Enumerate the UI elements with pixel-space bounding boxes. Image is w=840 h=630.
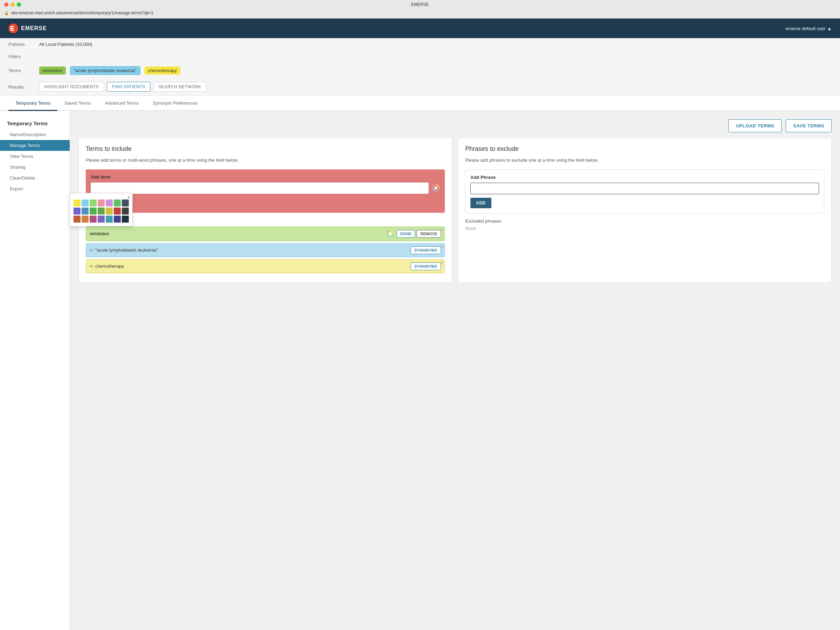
add-phrase-button[interactable]: ADD <box>471 198 491 208</box>
color-swatch[interactable] <box>90 199 96 207</box>
synonyms-button-chemotherapy[interactable]: SYNONYMS <box>411 262 441 270</box>
color-swatch[interactable] <box>74 216 81 223</box>
add-phrase-section: Add Phrase ADD <box>465 169 824 213</box>
color-swatch[interactable] <box>90 208 96 215</box>
color-swatch[interactable] <box>106 208 113 215</box>
app-logo: EMERSE <box>8 24 47 33</box>
excluded-phrases-none: None <box>465 226 824 231</box>
find-patients-button[interactable]: FIND PATIENTS <box>107 82 150 92</box>
color-swatch[interactable] <box>122 199 129 207</box>
action-buttons: HIGHLIGHT DOCUMENTS FIND PATIENTS SEARCH… <box>39 82 207 92</box>
content-area: UPLOAD TERMS SAVE TERMS Terms to include… <box>70 111 840 630</box>
user-menu[interactable]: emerse default user ▲ <box>785 26 832 31</box>
color-swatch[interactable] <box>98 199 105 207</box>
browser-chrome: EMERSE 🔒 dev-emerse.med.umich.edu/emerse… <box>0 0 840 19</box>
color-wheel-icon[interactable] <box>431 184 440 192</box>
color-swatch[interactable] <box>122 216 129 223</box>
color-swatch[interactable] <box>122 208 129 215</box>
color-swatch[interactable] <box>74 208 81 215</box>
add-term-label: Add term <box>91 174 440 180</box>
color-swatch[interactable] <box>82 199 88 207</box>
drag-handle[interactable]: ⠿ <box>441 261 443 265</box>
panels-row: Terms to include Please add terms or mul… <box>78 138 832 283</box>
term-badge-remission[interactable]: remission <box>39 66 66 74</box>
term-row-remission: ⠿ DONE REMOVE <box>86 226 445 241</box>
tab-saved-terms[interactable]: Saved Terms <box>57 96 98 111</box>
maximize-button[interactable] <box>17 2 21 7</box>
edit-icon-leukemia: ✏ <box>90 248 93 253</box>
terms-panel-desc: Please add terms or multi-word phrases, … <box>86 157 445 164</box>
add-phrase-input[interactable] <box>471 183 819 194</box>
color-swatch[interactable] <box>106 216 113 223</box>
color-wheel-icon-remission[interactable] <box>386 230 395 238</box>
color-swatch[interactable] <box>114 199 121 207</box>
term-text-leukemia: "acute lymphoblastic leukemia" <box>95 248 411 253</box>
term-badge-leukemia[interactable]: "acute lymphoblastic leukemia" <box>70 66 141 75</box>
phrases-to-exclude-panel: Phrases to exclude Please add phrases to… <box>458 138 832 283</box>
color-swatch[interactable] <box>114 208 121 215</box>
app-header: EMERSE emerse default user ▲ <box>0 19 840 38</box>
color-picker-close-button[interactable]: × <box>127 194 130 200</box>
phrases-panel-title: Phrases to exclude <box>465 145 824 153</box>
filters-row: Filters <box>8 51 832 63</box>
add-term-input[interactable] <box>91 182 429 194</box>
color-swatch[interactable] <box>74 199 81 207</box>
sidebar-item-manage-terms[interactable]: Manage Terms <box>0 140 69 151</box>
filters-label: Filters <box>8 54 36 59</box>
drag-handle[interactable]: ⠿ <box>441 245 443 249</box>
terms-to-include-panel: Terms to include Please add terms or mul… <box>78 138 452 283</box>
color-swatch[interactable] <box>114 216 121 223</box>
color-swatch[interactable] <box>90 216 96 223</box>
highlight-documents-button[interactable]: HIGHLIGHT DOCUMENTS <box>39 82 104 92</box>
sidebar: Temporary Terms Name/Description Manage … <box>0 111 70 630</box>
minimize-button[interactable] <box>11 2 15 7</box>
terms-label: Terms <box>8 68 36 73</box>
logo-icon <box>8 24 18 33</box>
color-swatch[interactable] <box>98 208 105 215</box>
close-button[interactable] <box>4 2 8 7</box>
tab-temporary-terms[interactable]: Temporary Terms <box>8 96 57 111</box>
sidebar-item-name-description[interactable]: Name/Description <box>0 129 69 140</box>
tab-bar: Temporary Terms Saved Terms Advanced Ter… <box>0 96 840 111</box>
sidebar-item-sharing[interactable]: Sharing <box>0 162 69 172</box>
tab-advanced-terms[interactable]: Advanced Terms <box>98 96 146 111</box>
done-button-remission[interactable]: DONE <box>396 230 415 238</box>
patients-value: All Local Patients (10,000) <box>39 42 92 47</box>
sidebar-item-export[interactable]: Export <box>0 183 69 194</box>
synonyms-button-leukemia[interactable]: SYNONYMS <box>411 246 441 254</box>
svg-point-0 <box>14 27 16 29</box>
term-badge-chemotherapy[interactable]: chemotherapy <box>145 66 180 74</box>
patients-label: Patients <box>8 42 36 47</box>
remove-button-remission[interactable]: REMOVE <box>417 230 441 238</box>
drag-handle[interactable]: ⠿ <box>441 228 443 232</box>
address-bar-url[interactable]: dev-emerse.med.umich.edu/emerse/terms/te… <box>11 11 154 16</box>
term-row-chemotherapy: ⠿ ✏ chemotherapy SYNONYMS <box>86 259 445 273</box>
search-network-button[interactable]: SEARCH NETWORK <box>153 82 207 92</box>
upload-terms-button[interactable]: UPLOAD TERMS <box>728 119 782 132</box>
add-term-row: × <box>91 182 440 194</box>
sidebar-item-clear-delete[interactable]: Clear/Delete <box>0 172 69 183</box>
lock-icon: 🔒 <box>4 11 9 16</box>
results-label: Results <box>8 84 36 90</box>
browser-addressbar: 🔒 dev-emerse.med.umich.edu/emerse/terms/… <box>0 9 840 18</box>
browser-titlebar: EMERSE <box>0 0 840 9</box>
excluded-phrases-label: Excluded phrases <box>465 218 824 224</box>
color-swatch[interactable] <box>82 208 88 215</box>
edit-icon-chemotherapy: ✏ <box>90 264 93 269</box>
term-row-leukemia: ⠿ ✏ "acute lymphoblastic leukemia" SYNON… <box>86 243 445 257</box>
user-name: emerse default user <box>785 26 826 31</box>
color-swatch[interactable] <box>98 216 105 223</box>
terms-panel-title: Terms to include <box>86 145 445 153</box>
term-edit-input-remission[interactable] <box>90 231 386 236</box>
tab-synonym-preferences[interactable]: Synonym Preferences <box>145 96 204 111</box>
browser-controls <box>4 2 21 7</box>
color-swatch[interactable] <box>106 199 113 207</box>
color-swatch[interactable] <box>82 216 88 223</box>
app-name: EMERSE <box>21 25 47 32</box>
emerse-logo-svg <box>9 25 17 32</box>
results-row: Results HIGHLIGHT DOCUMENTS FIND PATIENT… <box>8 78 832 95</box>
svg-point-3 <box>389 232 392 235</box>
save-terms-button[interactable]: SAVE TERMS <box>786 119 832 132</box>
sidebar-item-view-terms[interactable]: View Terms <box>0 151 69 162</box>
phrases-panel-desc: Please add phrases to exclude one at a t… <box>465 157 824 164</box>
